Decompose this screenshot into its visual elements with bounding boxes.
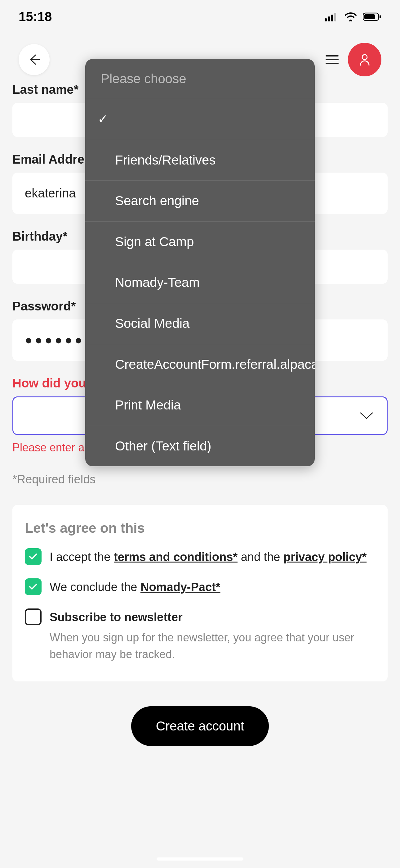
profile-button[interactable] bbox=[348, 43, 381, 76]
chevron-down-icon bbox=[359, 411, 374, 420]
referral-dropdown: Please choose Friends/RelativesSearch en… bbox=[85, 59, 315, 466]
status-indicators bbox=[325, 12, 381, 22]
agree-title: Let's agree on this bbox=[25, 520, 375, 536]
dropdown-item-4[interactable]: Nomady-Team bbox=[85, 262, 315, 303]
dropdown-item-8[interactable]: Other (Text field) bbox=[85, 426, 315, 467]
svg-rect-0 bbox=[325, 18, 327, 22]
dropdown-item-7[interactable]: Print Media bbox=[85, 385, 315, 426]
pact-row: We conclude the Nomady-Pact* bbox=[25, 578, 375, 596]
arrow-left-icon bbox=[28, 53, 41, 66]
signal-icon bbox=[325, 12, 339, 22]
check-icon bbox=[29, 553, 38, 560]
wifi-icon bbox=[344, 12, 357, 22]
status-time: 15:18 bbox=[19, 9, 52, 24]
pact-checkbox[interactable] bbox=[25, 578, 41, 595]
svg-rect-3 bbox=[334, 13, 336, 22]
create-account-button[interactable]: Create account bbox=[131, 706, 269, 746]
agree-card: Let's agree on this I accept the terms a… bbox=[12, 505, 388, 681]
svg-rect-5 bbox=[364, 14, 375, 19]
pact-text: We conclude the Nomady-Pact* bbox=[49, 578, 221, 596]
newsletter-note: When you sign up for the newsletter, you… bbox=[49, 629, 375, 663]
dropdown-item-6[interactable]: CreateAccountForm.referral.alpacaCamping bbox=[85, 344, 315, 385]
terms-text: I accept the terms and conditions* and t… bbox=[49, 548, 367, 566]
dropdown-item-2[interactable]: Search engine bbox=[85, 181, 315, 222]
privacy-link[interactable]: privacy policy* bbox=[284, 550, 367, 563]
battery-icon bbox=[363, 12, 381, 22]
dropdown-item-1[interactable]: Friends/Relatives bbox=[85, 140, 315, 181]
newsletter-text-group: Subscribe to newsletter When you sign up… bbox=[49, 609, 375, 663]
svg-rect-2 bbox=[331, 14, 333, 22]
dropdown-header: Please choose bbox=[85, 59, 315, 99]
svg-rect-6 bbox=[379, 15, 381, 18]
pact-link[interactable]: Nomady-Pact* bbox=[140, 581, 221, 594]
required-note: *Required fields bbox=[12, 473, 388, 486]
check-icon bbox=[29, 583, 38, 590]
svg-rect-1 bbox=[328, 17, 330, 22]
dropdown-item-5[interactable]: Social Media bbox=[85, 303, 315, 344]
terms-link[interactable]: terms and conditions* bbox=[114, 550, 237, 563]
status-bar: 15:18 bbox=[0, 0, 400, 30]
newsletter-label: Subscribe to newsletter bbox=[49, 609, 375, 626]
home-indicator[interactable] bbox=[157, 858, 243, 861]
newsletter-checkbox[interactable] bbox=[25, 609, 41, 625]
dropdown-item-3[interactable]: Sign at Camp bbox=[85, 222, 315, 262]
terms-row: I accept the terms and conditions* and t… bbox=[25, 548, 375, 566]
menu-icon[interactable] bbox=[326, 55, 339, 65]
dropdown-item-0[interactable] bbox=[85, 99, 315, 140]
person-icon bbox=[357, 52, 372, 67]
newsletter-row: Subscribe to newsletter When you sign up… bbox=[25, 609, 375, 663]
svg-point-10 bbox=[362, 55, 367, 60]
back-button[interactable] bbox=[19, 44, 49, 75]
terms-checkbox[interactable] bbox=[25, 548, 41, 565]
